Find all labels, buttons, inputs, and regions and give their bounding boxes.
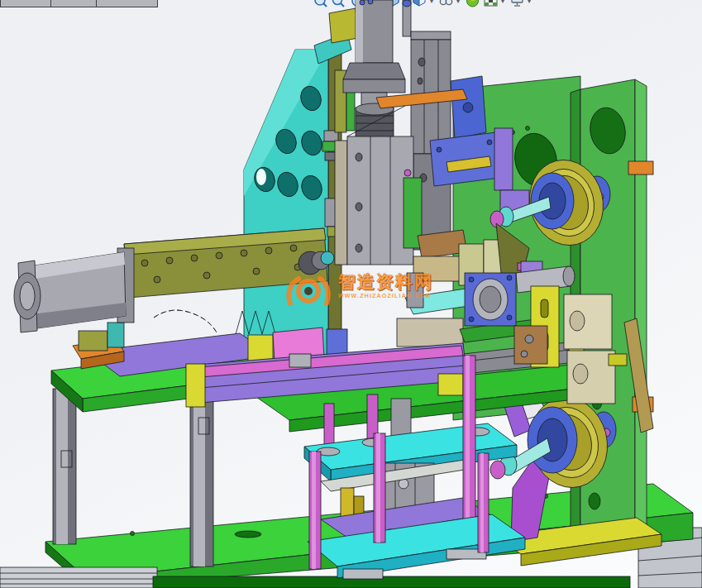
assembly-machine-model[interactable]: [0, 0, 702, 588]
cad-viewport[interactable]: ▾ ▾ ▾ ▾ ▾: [0, 0, 702, 588]
